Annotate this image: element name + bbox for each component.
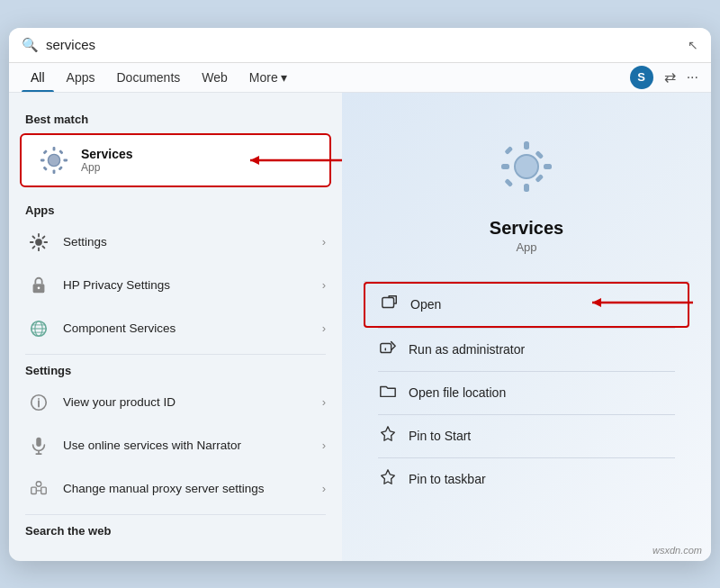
svg-rect-1	[53, 146, 56, 150]
action-run-admin[interactable]: Run as administrator	[364, 329, 689, 371]
best-match-text: Services App	[81, 147, 133, 174]
svg-point-28	[36, 481, 41, 486]
settings-app-icon	[25, 229, 52, 256]
action-pin-start[interactable]: Pin to Start	[364, 415, 689, 457]
svg-rect-36	[504, 178, 513, 187]
watermark: wsxdn.com	[652, 545, 702, 556]
chevron-right-icon-3: ›	[322, 321, 326, 335]
web-label: Search the web	[9, 519, 342, 541]
action-open[interactable]: Open	[364, 282, 689, 328]
app-info: Services App	[364, 111, 689, 272]
svg-point-21	[38, 397, 40, 399]
right-app-name: Services	[490, 218, 563, 239]
open-icon	[380, 294, 400, 316]
search-window: 🔍 ↖ All Apps Documents Web More ▾ S ⇄ ··…	[9, 28, 711, 561]
share-icon[interactable]: ⇄	[664, 68, 676, 86]
svg-rect-32	[501, 164, 509, 169]
svg-point-13	[38, 286, 40, 289]
chevron-right-icon-5: ›	[322, 439, 326, 452]
action-pin-taskbar[interactable]: Pin to taskbar	[364, 458, 689, 501]
best-match-label: Best match	[9, 107, 342, 130]
tab-documents[interactable]: Documents	[107, 63, 189, 92]
narrator-icon	[25, 432, 52, 459]
svg-rect-34	[504, 146, 513, 155]
divider-2	[25, 514, 326, 515]
search-icon: 🔍	[22, 37, 39, 53]
product-id-icon	[25, 389, 52, 416]
list-item-narrator[interactable]: Use online services with Narrator ›	[9, 424, 342, 467]
svg-rect-25	[32, 487, 37, 493]
product-id-label: View your product ID	[63, 395, 311, 409]
action-open-label: Open	[410, 297, 441, 312]
pin-start-label: Pin to Start	[409, 429, 471, 443]
hp-privacy-icon	[25, 272, 52, 299]
open-location-label: Open file location	[409, 385, 506, 400]
svg-point-11	[35, 239, 41, 245]
services-large-icon	[498, 138, 555, 207]
avatar: S	[630, 66, 653, 89]
best-match-item[interactable]: Services App	[20, 133, 331, 187]
nav-tabs: All Apps Documents Web More ▾ S ⇄ ···	[9, 63, 711, 93]
chevron-right-icon-2: ›	[322, 278, 326, 292]
svg-rect-30	[524, 141, 529, 149]
list-item-product-id[interactable]: View your product ID ›	[9, 381, 342, 424]
main-content: Best match	[9, 93, 711, 561]
search-bar: 🔍 ↖	[9, 28, 711, 63]
svg-point-0	[48, 154, 59, 166]
right-app-type: App	[516, 240, 536, 254]
svg-rect-38	[382, 297, 394, 307]
component-services-icon	[25, 315, 52, 342]
tab-more[interactable]: More ▾	[240, 63, 296, 92]
more-options-icon[interactable]: ···	[687, 69, 698, 86]
list-item-hp-privacy[interactable]: HP Privacy Settings ›	[9, 264, 342, 307]
pin-taskbar-label: Pin to taskbar	[409, 472, 486, 486]
chevron-right-icon: ›	[322, 235, 326, 249]
svg-rect-3	[40, 158, 45, 161]
settings-section-label: Settings	[9, 358, 342, 381]
svg-rect-4	[63, 158, 68, 161]
svg-rect-7	[43, 166, 48, 170]
narrator-label: Use online services with Narrator	[63, 439, 311, 452]
settings-app-label: Settings	[63, 235, 311, 249]
svg-rect-2	[53, 169, 56, 174]
run-admin-label: Run as administrator	[409, 342, 525, 357]
chevron-right-icon-4: ›	[322, 395, 326, 409]
svg-rect-33	[544, 164, 552, 169]
right-actions: Open	[364, 281, 689, 501]
run-admin-icon	[378, 339, 398, 361]
proxy-icon	[25, 475, 52, 502]
svg-point-29	[515, 155, 538, 178]
svg-rect-26	[41, 487, 47, 493]
proxy-label: Change manual proxy server settings	[63, 482, 311, 495]
chevron-right-icon-6: ›	[322, 482, 326, 495]
folder-icon	[378, 382, 398, 404]
tab-apps[interactable]: Apps	[58, 63, 104, 92]
svg-rect-31	[524, 184, 529, 192]
chevron-down-icon: ▾	[281, 70, 287, 85]
pin-icon-1	[378, 425, 398, 448]
tab-web[interactable]: Web	[193, 63, 237, 92]
svg-rect-35	[535, 174, 544, 183]
apps-section-label: Apps	[9, 198, 342, 221]
component-services-label: Component Services	[63, 321, 311, 335]
left-panel: Best match	[9, 93, 342, 561]
hp-privacy-label: HP Privacy Settings	[63, 278, 311, 292]
services-icon	[38, 144, 70, 176]
tab-all[interactable]: All	[22, 63, 54, 92]
action-open-location[interactable]: Open file location	[364, 372, 689, 414]
right-panel: Services App Open	[342, 93, 711, 561]
search-input[interactable]	[46, 37, 680, 52]
svg-rect-8	[58, 149, 63, 154]
pin-icon-2	[378, 468, 398, 491]
list-item-settings[interactable]: Settings ›	[9, 221, 342, 264]
divider-1	[25, 354, 326, 355]
list-item-component-services[interactable]: Component Services ›	[9, 307, 342, 350]
svg-rect-6	[58, 166, 63, 170]
svg-rect-37	[535, 150, 544, 159]
cursor: ↖	[688, 38, 698, 52]
best-match-name: Services	[81, 147, 133, 161]
list-item-proxy[interactable]: Change manual proxy server settings ›	[9, 467, 342, 511]
svg-rect-5	[43, 149, 48, 154]
svg-rect-22	[36, 437, 41, 446]
best-match-type: App	[81, 161, 133, 174]
